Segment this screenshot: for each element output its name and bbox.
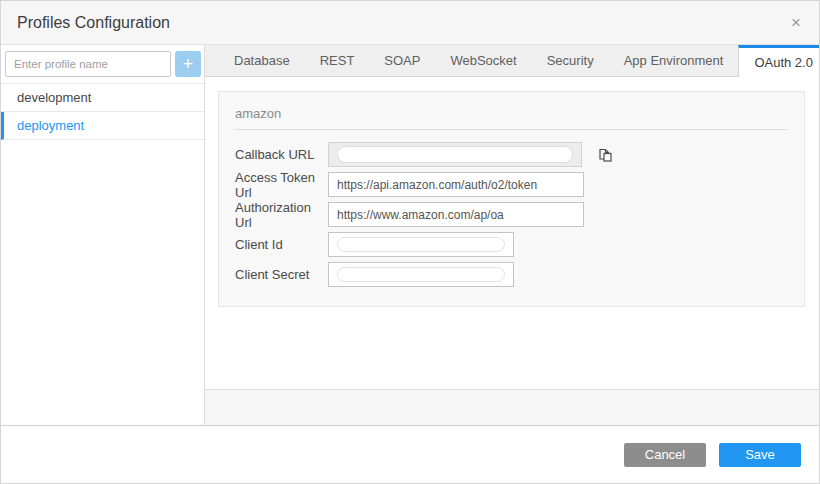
client-id-row: Client Id [235, 232, 788, 257]
dialog-header: Profiles Configuration × [1, 1, 819, 45]
tab-bar: Database REST SOAP WebSocket Security Ap… [205, 45, 819, 77]
client-secret-label: Client Secret [235, 267, 328, 282]
redacted-value [337, 146, 573, 163]
redacted-value [337, 267, 505, 282]
tab-rest[interactable]: REST [305, 45, 370, 76]
tab-security[interactable]: Security [532, 45, 609, 76]
authorization-url-input[interactable] [328, 202, 584, 227]
callback-url-row: Callback URL [235, 142, 788, 167]
client-id-label: Client Id [235, 237, 328, 252]
tab-soap[interactable]: SOAP [369, 45, 435, 76]
profile-content: Database REST SOAP WebSocket Security Ap… [205, 45, 819, 425]
cancel-button[interactable]: Cancel [624, 443, 706, 467]
save-button[interactable]: Save [719, 443, 801, 467]
content-footer-strip [205, 389, 819, 425]
profile-item-development[interactable]: development [1, 84, 204, 112]
section-divider [235, 129, 788, 130]
authorization-url-row: Authorization Url [235, 202, 788, 227]
amazon-oauth-panel: amazon Callback URL [218, 91, 805, 307]
profiles-sidebar: + development deployment [1, 45, 205, 425]
copy-icon[interactable] [596, 146, 614, 164]
client-id-input[interactable] [328, 232, 514, 257]
oauth-tab-content: amazon Callback URL [205, 77, 819, 389]
page-title: Profiles Configuration [17, 14, 170, 32]
access-token-url-row: Access Token Url [235, 172, 788, 197]
profiles-configuration-dialog: Profiles Configuration × + development d… [0, 0, 820, 484]
callback-url-input[interactable] [328, 142, 582, 167]
client-secret-input[interactable] [328, 262, 514, 287]
profile-item-deployment[interactable]: deployment [1, 112, 204, 140]
profile-name-input[interactable] [5, 51, 171, 77]
tab-oauth-2-0[interactable]: OAuth 2.0 [738, 45, 820, 77]
client-secret-row: Client Secret [235, 262, 788, 287]
close-icon[interactable]: × [787, 1, 805, 45]
access-token-url-input[interactable] [328, 172, 584, 197]
tab-database[interactable]: Database [219, 45, 305, 76]
callback-url-label: Callback URL [235, 147, 328, 162]
access-token-url-label: Access Token Url [235, 170, 328, 200]
tab-app-environment[interactable]: App Environment [609, 45, 739, 76]
authorization-url-label: Authorization Url [235, 200, 328, 230]
redacted-value [337, 237, 505, 252]
profile-input-row: + [1, 45, 204, 83]
add-profile-button[interactable]: + [175, 51, 201, 77]
tab-websocket[interactable]: WebSocket [435, 45, 531, 76]
section-title: amazon [235, 100, 788, 129]
dialog-body: + development deployment Database REST S… [1, 45, 819, 426]
dialog-footer: Cancel Save [1, 426, 819, 483]
profile-list: development deployment [1, 83, 204, 140]
